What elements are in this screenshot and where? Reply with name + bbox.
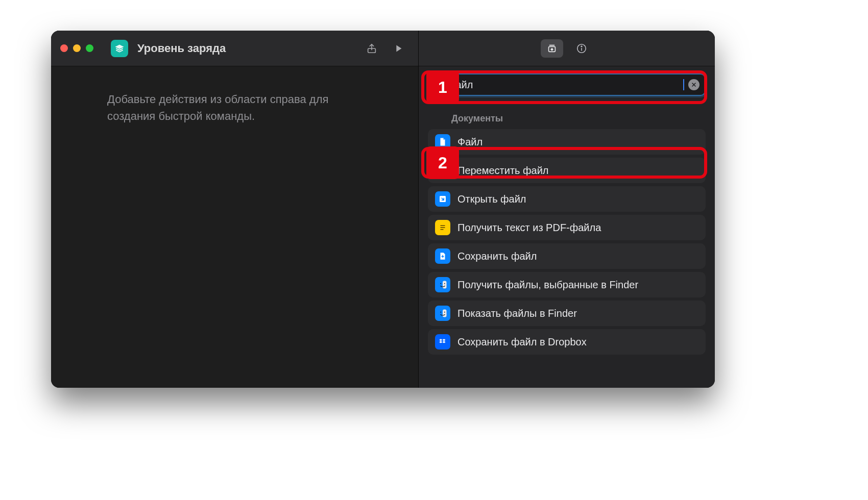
search-results: Документы Файл Переместить файл (419, 100, 715, 388)
empty-canvas-hint: Добавьте действия из области справа для … (51, 66, 418, 149)
open-file-icon (435, 191, 450, 207)
close-window-button[interactable] (60, 44, 68, 52)
shortcut-icon (111, 40, 128, 57)
library-tab-button[interactable] (541, 39, 563, 58)
run-button[interactable] (388, 38, 409, 59)
action-finder-selected[interactable]: Получить файлы, выбранные в Finder (428, 272, 706, 297)
action-label: Получить текст из PDF-файла (457, 221, 698, 234)
svg-line-6 (440, 86, 442, 88)
action-file[interactable]: Файл (428, 129, 706, 155)
svg-point-17 (444, 283, 445, 284)
action-label: Сохранить файл в Dropbox (457, 336, 698, 348)
app-window: Уровень заряда Добавьте действия из обла… (51, 31, 715, 388)
fullscreen-window-button[interactable] (86, 44, 93, 52)
search-field[interactable] (428, 73, 706, 96)
search-container (419, 66, 715, 100)
action-finder-show[interactable]: Показать файлы в Finder (428, 301, 706, 326)
titlebar: Уровень заряда (51, 31, 418, 66)
move-file-icon (435, 163, 450, 178)
shortcut-title[interactable]: Уровень заряда (137, 42, 356, 55)
editor-pane: Уровень заряда Добавьте действия из обла… (51, 31, 419, 388)
text-cursor (683, 79, 684, 90)
finder-icon (435, 306, 450, 321)
action-open-file[interactable]: Открыть файл (428, 186, 706, 212)
action-label: Получить файлы, выбранные в Finder (457, 279, 698, 291)
svg-point-16 (440, 283, 441, 284)
action-move-file[interactable]: Переместить файл (428, 158, 706, 183)
info-tab-button[interactable] (570, 39, 593, 58)
action-save-file[interactable]: Сохранить файл (428, 243, 706, 269)
action-pdf-text[interactable]: Получить текст из PDF-файла (428, 215, 706, 240)
search-icon (434, 80, 443, 89)
pdf-text-icon (435, 220, 450, 235)
action-label: Сохранить файл (457, 250, 698, 263)
share-button[interactable] (361, 38, 382, 59)
svg-rect-9 (439, 168, 443, 171)
svg-point-20 (440, 312, 441, 313)
action-label: Файл (457, 136, 698, 148)
library-toolbar (419, 31, 715, 66)
svg-point-5 (436, 82, 440, 86)
svg-rect-15 (443, 281, 447, 289)
svg-point-21 (444, 312, 445, 313)
window-controls (60, 44, 93, 52)
library-pane: Документы Файл Переместить файл (419, 31, 715, 388)
action-label: Показать файлы в Finder (457, 307, 698, 320)
action-label: Открыть файл (457, 193, 698, 206)
finder-icon (435, 277, 450, 292)
search-input[interactable] (447, 79, 679, 91)
action-label: Переместить файл (457, 164, 698, 177)
save-file-icon (435, 248, 450, 264)
clear-search-button[interactable] (688, 79, 700, 90)
action-dropbox-save[interactable]: Сохранить файл в Dropbox (428, 329, 706, 355)
dropbox-icon (435, 334, 450, 349)
minimize-window-button[interactable] (73, 44, 81, 52)
svg-rect-19 (443, 310, 447, 317)
results-section-header: Документы (428, 113, 706, 129)
document-icon (435, 134, 450, 149)
svg-point-4 (581, 45, 582, 46)
